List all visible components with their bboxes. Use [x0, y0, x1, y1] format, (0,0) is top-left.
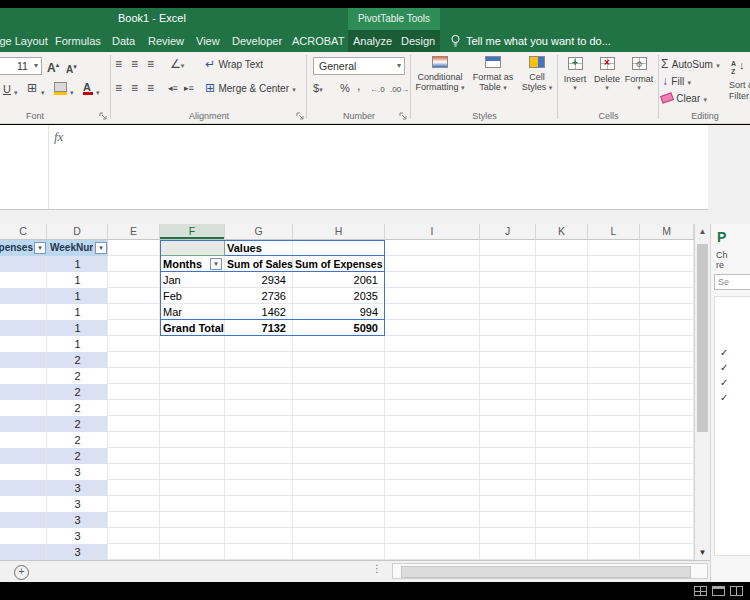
expenses-cell[interactable] — [0, 416, 47, 432]
wrap-text-button[interactable]: ↵ Wrap Text — [205, 57, 263, 72]
number-dialog-launcher-icon[interactable] — [399, 112, 407, 120]
accounting-format-icon[interactable]: $▾ — [313, 81, 323, 97]
active-cell-F1[interactable] — [160, 240, 225, 256]
shrink-font-icon[interactable]: A▾ — [66, 60, 77, 77]
page-break-view-icon[interactable] — [730, 586, 743, 596]
field-checkbox-checked[interactable]: ✓ — [720, 377, 728, 388]
normal-view-icon[interactable] — [694, 586, 707, 596]
field-checkbox-checked[interactable]: ✓ — [720, 347, 728, 358]
align-left-icon[interactable]: ≡ — [115, 81, 122, 95]
pivot-row-field-label[interactable]: Months — [163, 256, 209, 272]
expenses-cell[interactable] — [0, 400, 47, 416]
increase-indent-icon[interactable]: ▸≡ — [184, 81, 194, 95]
weeknum-cell[interactable]: 2 — [47, 400, 108, 416]
pivot-grand-total-label[interactable]: Grand Total — [163, 320, 225, 336]
scroll-down-icon[interactable]: ▼ — [695, 548, 710, 557]
font-color-arrow[interactable]: ▾ — [96, 86, 100, 100]
weeknum-cell[interactable]: 3 — [47, 480, 108, 496]
fill-color-arrow[interactable]: ▾ — [70, 86, 74, 100]
weeknum-cell[interactable]: 3 — [47, 512, 108, 528]
pivot-month-cell[interactable]: Jan — [163, 272, 223, 288]
align-top-icon[interactable]: ≡ — [115, 57, 122, 71]
font-dialog-launcher-icon[interactable] — [99, 112, 107, 120]
fields-search-input[interactable]: Se — [714, 274, 750, 290]
expenses-cell[interactable] — [0, 320, 47, 336]
align-bottom-icon[interactable]: ≡ — [147, 57, 154, 71]
alignment-dialog-launcher-icon[interactable] — [296, 112, 304, 120]
ribbon-tab-design[interactable]: Design — [401, 30, 435, 52]
expenses-cell[interactable] — [0, 480, 47, 496]
fx-icon[interactable]: fx — [54, 129, 63, 145]
column-header-E[interactable]: E — [108, 224, 160, 239]
pivot-sales-cell[interactable]: 2736 — [225, 288, 290, 304]
scrollbar-splitter-icon[interactable]: ⋮ — [372, 563, 382, 574]
formula-bar[interactable]: fx — [0, 125, 708, 210]
comma-style-icon[interactable]: , — [357, 79, 360, 93]
ribbon-tab-developer[interactable]: Developer — [232, 30, 282, 52]
horizontal-scrollbar[interactable] — [392, 563, 708, 579]
expenses-cell[interactable] — [0, 336, 47, 352]
decrease-indent-icon[interactable]: ◂≡ — [168, 81, 178, 95]
expenses-filter-button[interactable]: ▾ — [34, 242, 46, 254]
expenses-cell[interactable] — [0, 288, 47, 304]
expenses-cell[interactable] — [0, 368, 47, 384]
sheet-grid[interactable]: 1111112222222333333 Expenses ▾ WeekNum ▾… — [0, 240, 694, 560]
delete-cells-button[interactable]: × Delete ▾ — [592, 56, 622, 92]
expenses-cell[interactable] — [0, 384, 47, 400]
fill-color-icon[interactable] — [54, 81, 67, 95]
format-as-table-button[interactable]: Format as Table ▾ — [469, 54, 517, 108]
borders-icon[interactable]: ⊞ — [27, 81, 37, 95]
pivot-expenses-cell[interactable]: 2061 — [293, 272, 382, 288]
weeknum-filter-button[interactable]: ▾ — [95, 242, 107, 254]
vertical-scroll-thumb[interactable] — [697, 244, 708, 432]
months-filter-button[interactable]: ▾ — [210, 258, 222, 270]
ribbon-tab-page-layout[interactable]: Page Layout — [0, 30, 48, 52]
pivot-sales-cell[interactable]: 2934 — [225, 272, 290, 288]
column-header-J[interactable]: J — [480, 224, 536, 239]
weeknum-cell[interactable]: 2 — [47, 384, 108, 400]
clear-button[interactable]: Clear ▾ — [661, 91, 707, 107]
ribbon-tab-acrobat[interactable]: ACROBAT — [292, 30, 344, 52]
horizontal-scroll-thumb[interactable] — [401, 566, 691, 578]
weeknum-cell[interactable]: 3 — [47, 544, 108, 560]
ribbon-tab-analyze[interactable]: Analyze — [353, 30, 392, 52]
borders-arrow[interactable]: ▾ — [41, 86, 45, 100]
weeknum-cell[interactable]: 2 — [47, 448, 108, 464]
pivot-col-header-sales[interactable]: Sum of Sales — [227, 256, 293, 272]
column-header-G[interactable]: G — [225, 224, 293, 239]
expenses-cell[interactable] — [0, 528, 47, 544]
pivot-col-header-expenses[interactable]: Sum of Expenses — [295, 256, 385, 272]
pivot-expenses-cell[interactable]: 994 — [293, 304, 382, 320]
align-right-icon[interactable]: ≡ — [147, 81, 154, 95]
expenses-cell[interactable] — [0, 272, 47, 288]
column-header-H[interactable]: H — [293, 224, 385, 239]
expenses-cell[interactable] — [0, 256, 47, 272]
weeknum-cell[interactable]: 2 — [47, 368, 108, 384]
font-color-icon[interactable]: A — [83, 80, 91, 94]
weeknum-cell[interactable]: 1 — [47, 320, 108, 336]
orientation-icon[interactable]: ∠▾ — [170, 57, 184, 73]
weeknum-cell[interactable]: 1 — [47, 272, 108, 288]
column-header-D[interactable]: D — [47, 224, 108, 239]
weeknum-cell[interactable]: 1 — [47, 288, 108, 304]
weeknum-cell[interactable]: 1 — [47, 336, 108, 352]
column-header-F[interactable]: F — [160, 224, 225, 239]
merge-center-button[interactable]: ⊞ Merge & Center ▾ — [205, 81, 296, 97]
new-sheet-button[interactable]: + — [14, 565, 29, 580]
tell-me-box[interactable]: Tell me what you want to do... — [450, 30, 611, 52]
insert-cells-button[interactable]: + Insert ▾ — [560, 56, 590, 92]
underline-button[interactable]: U — [3, 82, 11, 96]
column-header-L[interactable]: L — [588, 224, 640, 239]
pivot-values-label[interactable]: Values — [227, 240, 293, 256]
autosum-button[interactable]: Σ AutoSum ▾ — [661, 57, 720, 73]
ribbon-tab-formulas[interactable]: Formulas — [55, 30, 101, 52]
column-header-K[interactable]: K — [536, 224, 588, 239]
font-size-combo[interactable]: 11 ▾ — [0, 57, 42, 75]
conditional-formatting-button[interactable]: Conditional Formatting ▾ — [413, 54, 467, 108]
weeknum-cell[interactable]: 3 — [47, 528, 108, 544]
increase-decimal-icon[interactable]: ←.0 — [370, 83, 385, 97]
pivot-grand-total-expenses[interactable]: 5090 — [293, 320, 382, 336]
weeknum-cell[interactable]: 2 — [47, 416, 108, 432]
expenses-cell[interactable] — [0, 544, 47, 560]
formula-input[interactable] — [70, 129, 704, 205]
